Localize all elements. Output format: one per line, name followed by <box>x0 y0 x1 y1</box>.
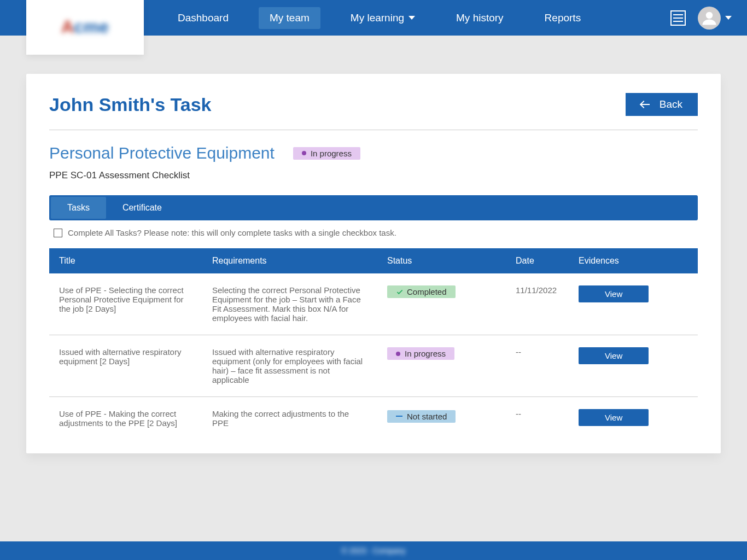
row-requirements: Making the correct adjustments to the PP… <box>202 397 377 440</box>
menu-icon[interactable] <box>670 10 686 26</box>
complete-all-label: Complete All Tasks? Please note: this wi… <box>68 228 396 237</box>
nav-label: My history <box>456 12 504 24</box>
user-menu[interactable] <box>698 7 732 30</box>
row-status: Not started <box>377 397 506 440</box>
row-requirements: Selecting the correct Personal Protectiv… <box>202 273 377 335</box>
table-row: Use of PPE - Selecting the correct Perso… <box>49 273 698 335</box>
view-button[interactable]: View <box>579 347 649 364</box>
row-evidences: View <box>569 335 698 397</box>
footer: © 2023 · Company <box>0 541 747 560</box>
status-dot-icon <box>302 151 306 155</box>
row-evidences: View <box>569 397 698 440</box>
column-evidences: Evidences <box>569 248 698 273</box>
checklist-name: PPE SC-01 Assessment Checklist <box>49 170 698 181</box>
row-requirements: Issued with alternative respiratory equi… <box>202 335 377 397</box>
tabs-bar: TasksCertificate <box>49 195 698 220</box>
column-date: Date <box>506 248 569 273</box>
chevron-down-icon <box>725 16 732 20</box>
table-row: Issued with alternative respiratory equi… <box>49 335 698 397</box>
nav-item-my-learning[interactable]: My learning <box>340 7 426 29</box>
status-badge-notstarted: Not started <box>387 410 456 423</box>
avatar-icon <box>698 7 721 30</box>
row-date: -- <box>506 335 569 397</box>
footer-text: © 2023 · Company <box>342 546 406 555</box>
nav-item-my-history[interactable]: My history <box>445 7 515 29</box>
status-badge-progress: In progress <box>387 347 454 360</box>
column-title: Title <box>49 248 202 273</box>
back-label: Back <box>660 98 682 110</box>
tasks-table: TitleRequirementsStatusDateEvidences Use… <box>49 248 698 440</box>
nav-label: My learning <box>351 12 404 24</box>
row-date: -- <box>506 397 569 440</box>
view-button[interactable]: View <box>579 409 649 426</box>
row-title: Issued with alternative respiratory equi… <box>49 335 202 397</box>
row-title: Use of PPE - Selecting the correct Perso… <box>49 273 202 335</box>
column-status: Status <box>377 248 506 273</box>
row-status: Completed <box>377 273 506 335</box>
row-date: 11/11/2022 <box>506 273 569 335</box>
status-badge-completed: Completed <box>387 285 456 298</box>
section-title: Personal Protective Equipment <box>49 144 275 162</box>
row-title: Use of PPE - Making the correct adjustme… <box>49 397 202 440</box>
nav-item-reports[interactable]: Reports <box>534 7 592 29</box>
nav-item-dashboard[interactable]: Dashboard <box>167 7 240 29</box>
row-evidences: View <box>569 273 698 335</box>
complete-all-checkbox[interactable] <box>54 229 62 237</box>
nav-label: My team <box>270 12 310 24</box>
status-dot-icon <box>396 352 400 356</box>
check-icon <box>396 288 404 296</box>
dash-icon <box>396 416 402 417</box>
page-title: John Smith's Task <box>49 94 212 115</box>
main-nav: DashboardMy teamMy learningMy historyRep… <box>167 7 592 29</box>
status-label: In progress <box>311 149 352 158</box>
logo[interactable]: Acme <box>26 0 144 55</box>
view-button[interactable]: View <box>579 285 649 302</box>
complete-all-row: Complete All Tasks? Please note: this wi… <box>49 220 698 245</box>
nav-item-my-team[interactable]: My team <box>259 7 320 29</box>
svg-point-0 <box>706 11 713 19</box>
arrow-left-icon <box>641 104 650 105</box>
chevron-down-icon <box>408 16 415 20</box>
back-button[interactable]: Back <box>626 93 698 116</box>
table-row: Use of PPE - Making the correct adjustme… <box>49 397 698 440</box>
row-status: In progress <box>377 335 506 397</box>
column-requirements: Requirements <box>202 248 377 273</box>
nav-label: Dashboard <box>178 12 229 24</box>
tab-tasks[interactable]: Tasks <box>51 197 106 219</box>
top-nav-bar: Acme DashboardMy teamMy learningMy histo… <box>0 0 747 36</box>
nav-label: Reports <box>545 12 581 24</box>
status-badge: In progress <box>293 147 360 160</box>
tab-certificate[interactable]: Certificate <box>106 197 178 219</box>
main-content: John Smith's Task Back Personal Protecti… <box>26 74 721 453</box>
